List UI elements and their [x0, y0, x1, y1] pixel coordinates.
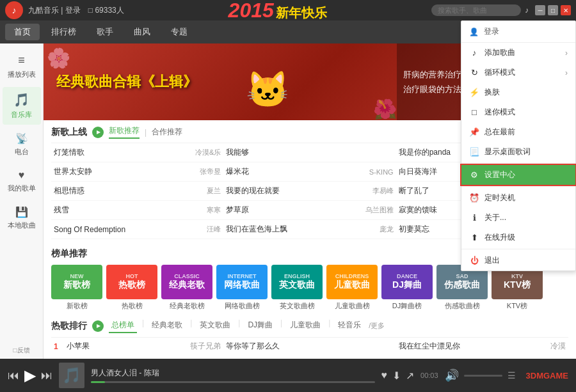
upgrade-icon: ⬆	[469, 233, 479, 242]
list-item[interactable]: 世界太安静 张帝昱	[51, 162, 223, 182]
list-item[interactable]: 我能够	[223, 143, 396, 162]
list-item[interactable]: 残雪 寒寒	[51, 201, 223, 220]
tab-partner-recommend[interactable]: 合作推荐	[152, 127, 182, 137]
playlist-icon[interactable]: ☰	[508, 370, 516, 380]
chart-card-item[interactable]: DANCE DJ舞曲 DJ舞曲榜	[381, 265, 433, 311]
minimize-button[interactable]: ─	[535, 5, 545, 15]
player: ⏮ ▶ ⏭ 🎵 男人酒女人泪 - 陈瑞 ♥ ⬇ ↗ 00:03 🔊 ☰ 3DMG…	[0, 359, 576, 392]
list-item[interactable]: Song Of Redemption 汪峰	[51, 220, 223, 239]
nav-artists[interactable]: 歌手	[88, 24, 122, 40]
player-progress[interactable]	[91, 381, 375, 383]
chart-label: KTV榜	[492, 301, 543, 311]
list-item[interactable]: 相思情惑 夏兰	[51, 182, 223, 201]
menu-mini-mode[interactable]: □ 迷你模式	[461, 102, 575, 122]
list-item[interactable]: 我们在蓝色海上飘 庞龙	[223, 220, 396, 239]
menu-online-upgrade[interactable]: ⬆ 在线升级	[461, 228, 575, 247]
volume-icon[interactable]: 🔊	[445, 368, 459, 382]
chart-type-label: HOT	[126, 273, 138, 279]
list-item[interactable]: 梦草原 乌兰图雅	[223, 201, 396, 220]
favorite-icon[interactable]: ♥	[381, 370, 388, 382]
menu-add-song[interactable]: ♪ 添加歌曲 ›	[461, 43, 575, 63]
rank-tab-item[interactable]: 儿童歌曲	[287, 318, 323, 333]
chart-card-item[interactable]: SAD 伤感歌曲 伤感歌曲榜	[436, 265, 488, 311]
chart-card-item[interactable]: ENGLISH 英文歌曲 英文歌曲榜	[271, 265, 323, 311]
rank-tab-item[interactable]: 总榜单	[109, 318, 137, 333]
chart-type-label: CLASSIC	[174, 273, 200, 279]
list-item[interactable]: 我要的现在就要 李易峰	[223, 182, 396, 201]
volume-slider[interactable]	[464, 375, 502, 377]
menu-loop-mode[interactable]: ↻ 循环模式 ›	[461, 63, 575, 82]
rank-tab-item[interactable]: DJ舞曲	[245, 318, 275, 333]
menu-login-item[interactable]: 👤 登录	[461, 21, 575, 43]
tab-divider: |	[328, 318, 330, 333]
sidebar-item-music-lib[interactable]: 🎵 音乐库	[3, 87, 41, 125]
menu-exit-label: 退出	[484, 255, 500, 266]
share-icon[interactable]: ↗	[406, 370, 414, 382]
banner-title-text: 经典歌曲合辑《上辑》	[56, 72, 197, 91]
menu-settings-center[interactable]: ⚙ 设置中心	[461, 165, 575, 185]
list-item[interactable]: 我在红尘中漂见你 冷漠	[396, 338, 568, 355]
chart-card-item[interactable]: INTERNET 网络歌曲 网络歌曲榜	[216, 265, 268, 311]
chart-name: 伤感歌曲	[444, 279, 480, 291]
nav-home[interactable]: 首页	[5, 24, 40, 40]
menu-exit[interactable]: ⏻ 退出	[461, 251, 575, 270]
banner-ad-2: 治疗眼袋的方法	[403, 82, 461, 97]
rankings-play-button[interactable]: ▶	[92, 320, 104, 332]
sidebar-item-local-songs[interactable]: 💾 本地歌曲	[3, 201, 41, 235]
timer-icon: ⏰	[469, 193, 479, 203]
tray-icon[interactable]: ♪	[525, 6, 529, 15]
prev-button[interactable]: ⏮	[8, 369, 19, 382]
info-icon: ℹ	[469, 213, 479, 223]
menu-about[interactable]: ℹ 关于...	[461, 208, 575, 228]
player-progress-fill	[91, 381, 105, 383]
sidebar-item-radio[interactable]: 📡 电台	[3, 127, 41, 162]
search-input[interactable]	[431, 4, 521, 16]
new-year-banner: 2015 新年快乐	[124, 0, 431, 22]
rank-tab-item[interactable]: 英文歌曲	[197, 318, 233, 333]
chart-card-item[interactable]: HOT 热歌榜 热歌榜	[106, 265, 157, 311]
close-button[interactable]: ✕	[561, 5, 571, 15]
chart-card-item[interactable]: NEW 新歌榜 新歌榜	[51, 265, 102, 311]
hot-songs-row: 1 小苹果 筷子兄弟 等你等了那么久 我在红尘中漂见你 冷漠	[51, 337, 568, 355]
nav-topics[interactable]: 专题	[162, 24, 196, 40]
chart-card-item[interactable]: KTV KTV榜 KTV榜	[492, 265, 543, 311]
new-songs-play-button[interactable]: ▶	[92, 127, 104, 138]
chart-label: DJ舞曲榜	[381, 301, 433, 311]
mini-mode-icon: □	[469, 107, 479, 117]
list-item[interactable]: 灯笼情歌 冷漠&乐	[51, 143, 223, 162]
my-songs-icon: ♥	[19, 169, 25, 181]
tab-new-recommend[interactable]: 新歌推荐	[109, 125, 140, 139]
nav-genre[interactable]: 曲风	[125, 24, 159, 40]
sidebar-item-playlist[interactable]: ≡ 播放列表	[3, 49, 41, 84]
menu-timer-shutdown[interactable]: ⏰ 定时关机	[461, 188, 575, 208]
new-songs-title: 新歌上线	[51, 127, 87, 138]
nav-charts[interactable]: 排行榜	[42, 24, 85, 40]
tab-divider: |	[238, 318, 240, 333]
next-button[interactable]: ⏭	[41, 369, 52, 382]
chart-card-item[interactable]: CLASSIC 经典老歌 经典老歌榜	[161, 265, 212, 311]
download-icon[interactable]: ⬇	[392, 370, 401, 382]
chart-card-item[interactable]: CHILDRENS 儿童歌曲 儿童歌曲榜	[326, 265, 378, 311]
play-button[interactable]: ▶	[24, 366, 36, 384]
local-songs-icon: 💾	[15, 206, 28, 218]
skin-icon: ⚡	[469, 88, 479, 97]
feedback-button[interactable]: □反馈	[9, 342, 33, 359]
menu-top-most[interactable]: 📌 总在最前	[461, 122, 575, 142]
user-count: □ 69333人	[88, 5, 124, 16]
menu-skin[interactable]: ⚡ 换肤	[461, 82, 575, 102]
menu-desktop-lyrics[interactable]: 📃 显示桌面歌词	[461, 142, 575, 162]
titlebar: ♪ 九酷音乐 | 登录 □ 69333人 2015 新年快乐 ♪ ─ □ ✕	[0, 0, 576, 20]
maximize-button[interactable]: □	[548, 5, 558, 15]
rank-tab-item[interactable]: 经典老歌	[149, 318, 185, 333]
sidebar-label-playlist: 播放列表	[8, 70, 36, 79]
list-item[interactable]: 爆米花 S-KING	[223, 162, 396, 182]
list-item[interactable]: 1 小苹果 筷子兄弟	[51, 338, 223, 355]
list-item[interactable]: 等你等了那么久	[223, 338, 396, 355]
rank-tab-item[interactable]: 轻音乐	[335, 318, 364, 333]
sidebar-item-my-songs[interactable]: ♥ 我的歌单	[3, 164, 41, 198]
settings-icon: ⚙	[469, 170, 479, 180]
loop-icon: ↻	[469, 68, 479, 77]
artist-name: 寒寒	[207, 205, 221, 215]
rankings-more-link[interactable]: /更多	[369, 321, 385, 331]
chart-name: KTV榜	[504, 279, 531, 291]
